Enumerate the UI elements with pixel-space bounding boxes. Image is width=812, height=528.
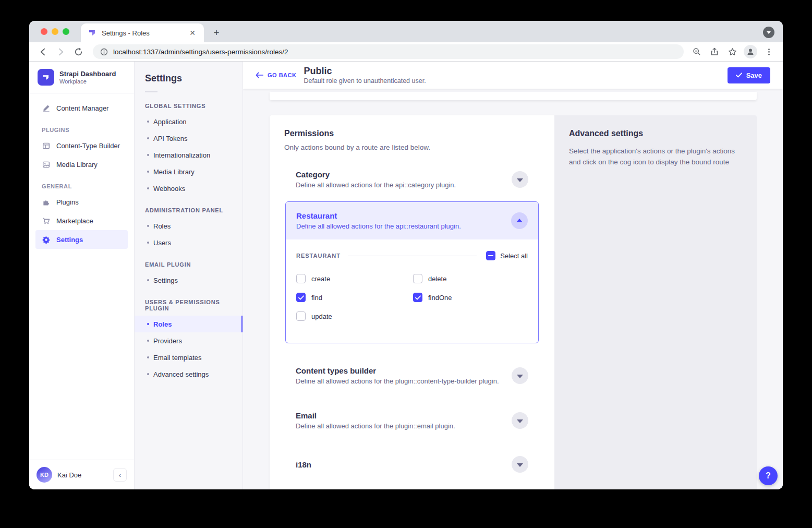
select-all-checkbox[interactable] [486, 251, 495, 260]
bullet-icon [147, 242, 149, 244]
accordion-i18n[interactable]: i18n [285, 451, 539, 478]
checkbox-find[interactable]: find [296, 293, 413, 302]
close-window-button[interactable] [41, 28, 47, 35]
subnav-item-email-templates[interactable]: Email templates [135, 349, 243, 366]
expand-email-button[interactable] [512, 412, 528, 429]
page-header: GO BACK Public Default role given to una… [243, 62, 783, 89]
workspace-switcher[interactable]: Strapi Dashboard Workplace [29, 62, 134, 93]
forward-button[interactable] [53, 44, 68, 59]
collapse-sidebar-button[interactable]: ‹ [113, 468, 127, 482]
subnav-item-providers[interactable]: Providers [135, 332, 243, 349]
checkbox[interactable] [413, 274, 422, 283]
checkbox-findone[interactable]: findOne [413, 293, 528, 302]
browser-menu-icon[interactable] [761, 44, 776, 59]
page-subtitle: Default role given to unauthenticated us… [304, 77, 426, 85]
checkbox-update[interactable]: update [296, 311, 413, 321]
tab-overflow-button[interactable] [763, 27, 774, 38]
maximize-window-button[interactable] [63, 28, 69, 35]
subnav-section-users-permissions: USERS & PERMISSIONS PLUGIN [135, 299, 243, 311]
accordion-category[interactable]: Category Define all allowed actions for … [285, 165, 539, 194]
site-info-icon[interactable] [100, 48, 108, 56]
reload-button[interactable] [71, 44, 86, 59]
sidebar-item-plugins[interactable]: Plugins [35, 193, 128, 211]
share-icon[interactable] [707, 44, 722, 59]
select-all-control[interactable]: Select all [486, 251, 528, 260]
accordion-restaurant: Restaurant Define all allowed actions fo… [285, 201, 539, 343]
advanced-settings-panel: Advanced settings Select the application… [554, 115, 757, 489]
accordion-list: Category Define all allowed actions for … [270, 151, 554, 478]
sidebar-item-settings[interactable]: Settings [35, 230, 128, 249]
accordion-text: Content types builder Define all allowed… [296, 366, 499, 385]
checkbox[interactable] [296, 274, 306, 283]
go-back-link[interactable]: GO BACK [256, 72, 296, 78]
accordion-restaurant-header[interactable]: Restaurant Define all allowed actions fo… [286, 202, 538, 239]
arrow-left-icon [256, 72, 263, 78]
sidebar-item-media-library[interactable]: Media Library [35, 155, 128, 174]
checkbox[interactable] [296, 311, 306, 321]
new-tab-button[interactable]: + [210, 26, 223, 40]
bullet-icon [147, 225, 149, 227]
image-icon [42, 161, 50, 169]
sidebar-item-label: Marketplace [56, 217, 93, 225]
role-title-block: Public Default role given to unauthentic… [304, 66, 426, 85]
subnav-item-label: Application [153, 118, 187, 126]
checkbox[interactable] [413, 293, 422, 302]
avatar: KD [37, 467, 52, 483]
subnav-item-api-tokens[interactable]: API Tokens [135, 130, 243, 147]
accordion-text: Restaurant Define all allowed actions fo… [296, 211, 461, 230]
checkbox-delete[interactable]: delete [413, 274, 528, 283]
sidebar-item-label: Plugins [56, 198, 79, 206]
save-button[interactable]: Save [728, 67, 770, 83]
accordion-title: Email [296, 411, 455, 420]
subnav-item-webhooks[interactable]: Webhooks [135, 180, 243, 197]
subnav-item-up-roles[interactable]: Roles [135, 316, 243, 332]
bookmark-star-icon[interactable] [725, 44, 740, 59]
checkbox[interactable] [296, 293, 306, 302]
sidebar-item-content-type-builder[interactable]: Content-Type Builder [35, 136, 128, 155]
subnav-item-email-settings[interactable]: Settings [135, 272, 243, 289]
help-button[interactable]: ? [759, 466, 778, 485]
sidebar-item-content-manager[interactable]: Content Manager [35, 99, 128, 117]
tab-close-icon[interactable]: ✕ [187, 28, 198, 38]
expand-ctb-button[interactable] [512, 367, 528, 384]
accordion-title: Content types builder [296, 366, 499, 375]
advanced-settings-description: Select the application's actions or the … [569, 146, 741, 168]
back-button[interactable] [35, 44, 50, 59]
main-content: GO BACK Public Default role given to una… [243, 62, 783, 489]
browser-profile-avatar[interactable] [744, 45, 757, 58]
restaurant-group-row: RESTAURANT Select all [296, 251, 528, 260]
accordion-content-types-builder[interactable]: Content types builder Define all allowed… [285, 361, 539, 390]
collapse-restaurant-button[interactable] [511, 212, 528, 229]
address-bar[interactable]: localhost:1337/admin/settings/users-perm… [93, 44, 684, 59]
caret-down-icon [517, 463, 523, 467]
subnav-item-admin-roles[interactable]: Roles [135, 218, 243, 234]
checkbox-label: update [311, 313, 332, 320]
subnav-item-admin-users[interactable]: Users [135, 234, 243, 251]
accordion-description: Define all allowed actions for the plugi… [296, 422, 455, 430]
sidebar-section-plugins: PLUGINS [35, 127, 128, 133]
sidebar-item-label: Content-Type Builder [56, 142, 120, 150]
save-label: Save [746, 71, 762, 79]
subnav-item-internationalization[interactable]: Internationalization [135, 147, 243, 163]
subnav-item-label: Providers [153, 337, 182, 345]
subnav-item-application[interactable]: Application [135, 113, 243, 130]
sidebar-item-marketplace[interactable]: Marketplace [35, 211, 128, 230]
minimize-window-button[interactable] [52, 28, 58, 35]
accordion-email[interactable]: Email Define all allowed actions for the… [285, 406, 539, 435]
subnav-item-advanced-settings[interactable]: Advanced settings [135, 366, 243, 382]
browser-tab[interactable]: Settings - Roles ✕ [81, 23, 204, 42]
checkbox-create[interactable]: create [296, 274, 413, 283]
zoom-icon[interactable] [689, 44, 704, 59]
permissions-header: Permissions Only actions bound by a rout… [270, 115, 554, 151]
subnav-item-label: Media Library [153, 168, 195, 176]
strapi-logo-icon [38, 69, 54, 86]
checkbox-label: find [311, 294, 322, 302]
permissions-title: Permissions [284, 129, 540, 138]
indeterminate-icon [488, 255, 493, 256]
subnav-item-media-library[interactable]: Media Library [135, 163, 243, 180]
settings-subnav: Settings GLOBAL SETTINGS Application API… [135, 62, 243, 489]
expand-category-button[interactable] [512, 171, 528, 188]
bullet-icon [147, 171, 149, 173]
expand-i18n-button[interactable] [512, 456, 528, 473]
question-mark-icon: ? [766, 471, 771, 481]
